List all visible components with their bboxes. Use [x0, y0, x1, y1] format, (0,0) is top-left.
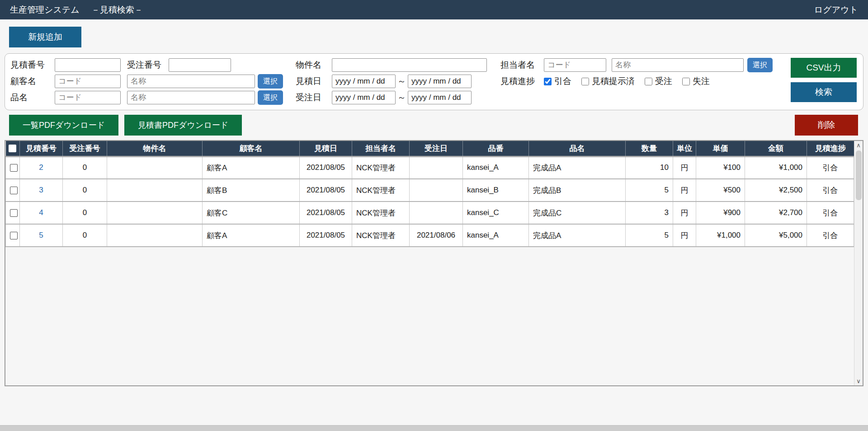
cell-order-date: [410, 156, 463, 179]
progress-checkbox-shitchu[interactable]: [682, 78, 690, 85]
header-estimate-date: 見積日: [300, 141, 352, 156]
delete-button[interactable]: 削除: [795, 115, 858, 136]
header-unit: 単位: [673, 141, 696, 156]
customer-code-input[interactable]: [55, 75, 121, 88]
cell-person: NCK管理者: [352, 179, 410, 201]
cell-progress: 引合: [807, 156, 854, 179]
person-label: 担当者名: [500, 59, 544, 71]
estimate-date-to-input[interactable]: [408, 75, 472, 88]
scrollbar-thumb[interactable]: [856, 150, 862, 200]
person-code-input[interactable]: [544, 58, 606, 72]
cell-estimate-date: 2021/08/05: [300, 156, 352, 179]
cell-customer: 顧客A: [203, 156, 300, 179]
estimate-no-link[interactable]: 3: [39, 186, 43, 194]
select-all-checkbox[interactable]: [9, 145, 16, 152]
row-checkbox[interactable]: [10, 232, 18, 239]
cell-order-no: 0: [63, 201, 107, 224]
actions-bar: 一覧PDFダウンロード 見積書PDFダウンロード 削除: [9, 115, 858, 136]
cell-amount: ¥2,500: [745, 179, 807, 201]
progress-option-label: 受注: [655, 75, 672, 87]
header-unit-price: 単価: [696, 141, 745, 156]
add-new-button[interactable]: 新規追加: [9, 27, 81, 47]
order-date-from-input[interactable]: [332, 91, 396, 104]
progress-option-shitchu[interactable]: 失注: [682, 75, 710, 87]
cell-unit-price: ¥500: [696, 179, 745, 201]
property-label: 物件名: [296, 59, 332, 71]
cell-part-no: kansei_A: [463, 224, 529, 247]
cell-qty: 5: [626, 179, 673, 201]
cell-item: 完成品C: [529, 201, 626, 224]
item-label: 品名: [10, 92, 55, 103]
results-table: 見積番号 受注番号 物件名 顧客名 見積日 担当者名 受注日 品番 品名 数量 …: [5, 141, 854, 247]
header-property: 物件名: [107, 141, 203, 156]
item-code-input[interactable]: [55, 91, 121, 104]
progress-checkbox-hikiai[interactable]: [544, 78, 552, 85]
cell-progress: 引合: [807, 201, 854, 224]
cell-qty: 5: [626, 224, 673, 247]
cell-order-no: 0: [63, 179, 107, 201]
progress-option-hikiai[interactable]: 引合: [544, 75, 571, 87]
progress-option-label: 失注: [693, 75, 710, 87]
order-date-label: 受注日: [296, 92, 332, 103]
cell-property: [107, 224, 203, 247]
header-select-all: [6, 141, 20, 156]
vertical-scrollbar[interactable]: ∧ ∨: [854, 141, 863, 385]
person-select-button[interactable]: 選択: [747, 58, 773, 72]
progress-option-teijizumi[interactable]: 見積提示済: [581, 75, 635, 87]
list-pdf-download-button[interactable]: 一覧PDFダウンロード: [9, 115, 118, 136]
customer-name-input[interactable]: [127, 75, 255, 88]
quote-pdf-download-button[interactable]: 見積書PDFダウンロード: [124, 115, 242, 136]
csv-export-button[interactable]: CSV出力: [791, 58, 857, 78]
header-customer: 顧客名: [203, 141, 300, 156]
order-no-label: 受注番号: [127, 59, 169, 71]
page-title: －見積検索－: [91, 4, 143, 16]
order-no-input[interactable]: [169, 58, 231, 72]
estimate-no-link[interactable]: 4: [39, 208, 43, 217]
header-qty: 数量: [626, 141, 673, 156]
scroll-up-arrow[interactable]: ∧: [856, 142, 861, 149]
scroll-down-arrow[interactable]: ∨: [856, 378, 861, 384]
progress-checkbox-juchu[interactable]: [645, 78, 652, 85]
cell-person: NCK管理者: [352, 224, 410, 247]
property-input[interactable]: [332, 58, 487, 72]
cell-amount: ¥2,700: [745, 201, 807, 224]
cell-progress: 引合: [807, 224, 854, 247]
progress-label: 見積進捗: [500, 75, 544, 87]
estimate-date-label: 見積日: [296, 75, 332, 87]
search-col-right: 担当者名 選択 見積進捗 引合 見積提示済 受注: [500, 57, 773, 106]
header-item: 品名: [529, 141, 626, 156]
cell-amount: ¥1,000: [745, 156, 807, 179]
progress-option-juchu[interactable]: 受注: [645, 75, 672, 87]
estimate-no-link[interactable]: 5: [39, 231, 43, 239]
row-checkbox[interactable]: [10, 209, 18, 217]
estimate-date-from-input[interactable]: [332, 75, 396, 88]
item-select-button[interactable]: 選択: [258, 90, 283, 105]
cell-estimate-date: 2021/08/05: [300, 224, 352, 247]
customer-select-button[interactable]: 選択: [258, 74, 283, 89]
row-checkbox[interactable]: [10, 164, 18, 172]
row-empty: [500, 89, 773, 106]
search-button[interactable]: 検索: [791, 82, 857, 102]
cell-unit-price: ¥100: [696, 156, 745, 179]
row-estimate-order-no: 見積番号 受注番号: [10, 57, 283, 73]
cell-property: [107, 201, 203, 224]
progress-checkbox-teijizumi[interactable]: [581, 78, 589, 85]
horizontal-scrollbar[interactable]: [0, 425, 868, 431]
cell-unit-price: ¥900: [696, 201, 745, 224]
progress-option-label: 見積提示済: [592, 75, 635, 87]
item-name-input[interactable]: [127, 91, 255, 104]
logout-link[interactable]: ログアウト: [814, 4, 858, 16]
row-person: 担当者名 選択: [500, 57, 773, 73]
header-order-no: 受注番号: [63, 141, 107, 156]
estimate-no-link[interactable]: 2: [39, 163, 43, 172]
search-panel: 見積番号 受注番号 顧客名 選択 品名 選択 物件名 見積日 ～: [5, 53, 863, 110]
order-date-to-input[interactable]: [408, 91, 472, 104]
header-order-date: 受注日: [410, 141, 463, 156]
cell-order-no: 0: [63, 156, 107, 179]
row-checkbox[interactable]: [10, 187, 18, 194]
estimate-no-input[interactable]: [55, 58, 121, 72]
estimate-no-label: 見積番号: [10, 59, 55, 71]
person-name-input[interactable]: [612, 58, 744, 72]
row-property: 物件名: [296, 57, 487, 73]
cell-customer: 顧客B: [203, 179, 300, 201]
